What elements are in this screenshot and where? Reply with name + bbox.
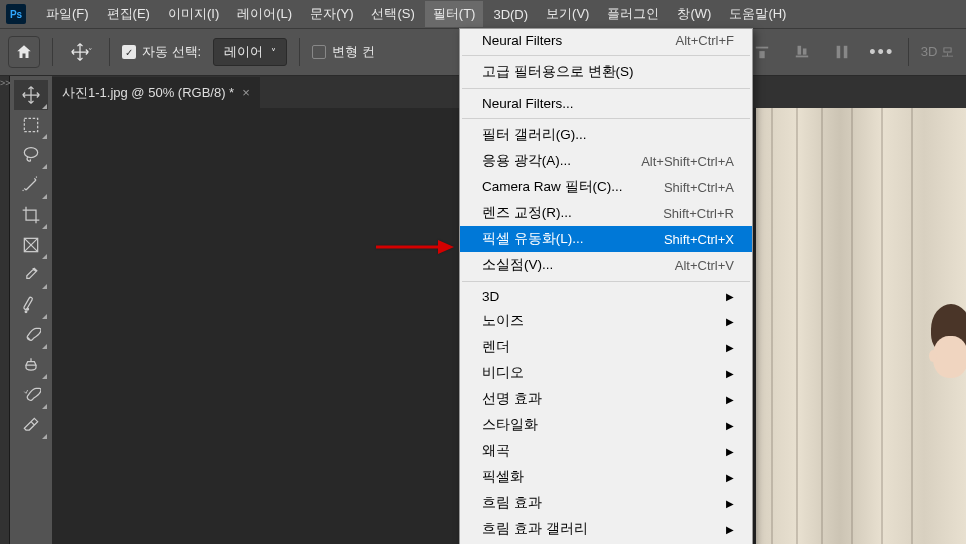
annotation-arrow: [374, 238, 456, 260]
svg-rect-7: [24, 118, 37, 131]
menu-item-label: 픽셀화: [482, 468, 524, 486]
menu-item-label: 비디오: [482, 364, 524, 382]
svg-rect-0: [756, 47, 768, 49]
align-icon-3[interactable]: [828, 38, 856, 66]
menu-image[interactable]: 이미지(I): [160, 1, 227, 27]
app-logo: Ps: [6, 4, 26, 24]
menu-separator: [462, 88, 750, 89]
menu-item-label: 3D: [482, 289, 499, 304]
svg-rect-1: [759, 51, 764, 58]
home-button[interactable]: [8, 36, 40, 68]
menu-plugin[interactable]: 플러그인: [599, 1, 667, 27]
menu-edit[interactable]: 편집(E): [99, 1, 158, 27]
menu-select[interactable]: 선택(S): [363, 1, 422, 27]
menu-window[interactable]: 창(W): [669, 1, 719, 27]
move-tool[interactable]: [14, 80, 48, 110]
crop-tool[interactable]: [14, 200, 48, 230]
eyedropper-tool[interactable]: [14, 260, 48, 290]
menu-item-2[interactable]: 고급 필터용으로 변환(S): [460, 59, 752, 85]
close-icon[interactable]: ×: [242, 85, 250, 100]
history-brush-tool[interactable]: [14, 380, 48, 410]
menu-item-label: Camera Raw 필터(C)...: [482, 178, 623, 196]
menu-filter[interactable]: 필터(T): [425, 1, 484, 27]
menu-item-16[interactable]: 비디오▶: [460, 360, 752, 386]
menu-item-label: 소실점(V)...: [482, 256, 553, 274]
menu-item-4[interactable]: Neural Filters...: [460, 92, 752, 115]
menu-item-21[interactable]: 흐림 효과▶: [460, 490, 752, 516]
menu-layer[interactable]: 레이어(L): [229, 1, 300, 27]
menu-item-shortcut: Shift+Ctrl+X: [664, 232, 734, 247]
menu-item-11[interactable]: 소실점(V)...Alt+Ctrl+V: [460, 252, 752, 278]
move-icon: [70, 42, 90, 62]
submenu-arrow-icon: ▶: [726, 420, 734, 431]
menu-item-13[interactable]: 3D▶: [460, 285, 752, 308]
menu-item-6[interactable]: 필터 갤러리(G)...: [460, 122, 752, 148]
home-icon: [15, 43, 33, 61]
layer-dropdown[interactable]: 레이어 ˅: [213, 38, 287, 66]
panel-gutter[interactable]: >>: [0, 76, 10, 544]
menu-item-15[interactable]: 렌더▶: [460, 334, 752, 360]
menu-item-label: 응용 광각(A)...: [482, 152, 571, 170]
menu-3d[interactable]: 3D(D): [485, 3, 536, 26]
menu-view[interactable]: 보기(V): [538, 1, 597, 27]
menu-item-shortcut: Alt+Ctrl+F: [675, 33, 734, 48]
submenu-arrow-icon: ▶: [726, 291, 734, 302]
svg-rect-4: [803, 48, 807, 54]
menu-item-19[interactable]: 왜곡▶: [460, 438, 752, 464]
svg-point-12: [25, 311, 27, 313]
submenu-arrow-icon: ▶: [726, 394, 734, 405]
checkbox-unchecked-icon: [312, 45, 326, 59]
menu-item-17[interactable]: 선명 효과▶: [460, 386, 752, 412]
three-d-mode-label: 3D 모: [921, 43, 954, 61]
menu-item-shortcut: Shift+Ctrl+R: [663, 206, 734, 221]
submenu-arrow-icon: ▶: [726, 498, 734, 509]
menu-item-7[interactable]: 응용 광각(A)...Alt+Shift+Ctrl+A: [460, 148, 752, 174]
menu-item-shortcut: Shift+Ctrl+A: [664, 180, 734, 195]
auto-select-label: 자동 선택:: [142, 43, 201, 61]
chevron-down-icon: ˅: [271, 47, 276, 58]
svg-point-11: [27, 308, 29, 310]
magic-wand-tool[interactable]: [14, 170, 48, 200]
marquee-tool[interactable]: [14, 110, 48, 140]
auto-select-option[interactable]: ✓ 자동 선택:: [122, 43, 201, 61]
more-options-icon[interactable]: •••: [868, 38, 896, 66]
menu-item-label: 흐림 효과: [482, 494, 542, 512]
menu-item-label: 렌더: [482, 338, 510, 356]
menu-separator: [462, 281, 750, 282]
menu-item-label: 고급 필터용으로 변환(S): [482, 63, 634, 81]
menu-item-label: Neural Filters...: [482, 96, 574, 111]
menu-item-9[interactable]: 렌즈 교정(R)...Shift+Ctrl+R: [460, 200, 752, 226]
brush-tool[interactable]: [14, 320, 48, 350]
menu-item-20[interactable]: 픽셀화▶: [460, 464, 752, 490]
clone-stamp-tool[interactable]: [14, 350, 48, 380]
checkbox-checked-icon: ✓: [122, 45, 136, 59]
menu-file[interactable]: 파일(F): [38, 1, 97, 27]
separator: [908, 38, 909, 66]
lasso-tool[interactable]: [14, 140, 48, 170]
menubar: Ps 파일(F) 편집(E) 이미지(I) 레이어(L) 문자(Y) 선택(S)…: [0, 0, 966, 28]
menu-item-label: Neural Filters: [482, 33, 562, 48]
healing-brush-tool[interactable]: [14, 290, 48, 320]
move-tool-indicator[interactable]: ˅: [65, 36, 97, 68]
frame-tool[interactable]: [14, 230, 48, 260]
document-tab[interactable]: 사진1-1.jpg @ 50% (RGB/8) * ×: [52, 77, 260, 108]
eraser-tool[interactable]: [14, 410, 48, 440]
svg-rect-2: [796, 56, 808, 58]
menu-item-8[interactable]: Camera Raw 필터(C)...Shift+Ctrl+A: [460, 174, 752, 200]
submenu-arrow-icon: ▶: [726, 472, 734, 483]
menu-help[interactable]: 도움말(H): [721, 1, 794, 27]
menu-separator: [462, 118, 750, 119]
align-icon-2[interactable]: [788, 38, 816, 66]
menu-item-shortcut: Alt+Ctrl+V: [675, 258, 734, 273]
menu-item-10[interactable]: 픽셀 유동화(L)...Shift+Ctrl+X: [460, 226, 752, 252]
menu-item-22[interactable]: 흐림 효과 갤러리▶: [460, 516, 752, 542]
layer-dropdown-value: 레이어: [224, 43, 263, 61]
menu-item-14[interactable]: 노이즈▶: [460, 308, 752, 334]
menu-item-shortcut: Alt+Shift+Ctrl+A: [641, 154, 734, 169]
menu-item-label: 왜곡: [482, 442, 510, 460]
menu-item-0[interactable]: Neural FiltersAlt+Ctrl+F: [460, 29, 752, 52]
transform-controls-option[interactable]: 변형 컨: [312, 43, 375, 61]
menu-item-18[interactable]: 스타일화▶: [460, 412, 752, 438]
menu-type[interactable]: 문자(Y): [302, 1, 361, 27]
document-tab-title: 사진1-1.jpg @ 50% (RGB/8) *: [62, 84, 234, 102]
